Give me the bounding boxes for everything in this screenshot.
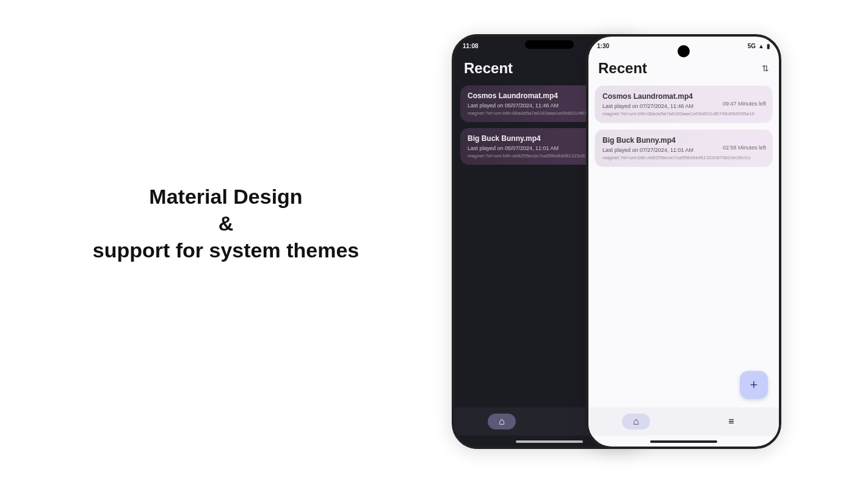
home-icon: ⌂: [633, 416, 639, 426]
sort-icon[interactable]: ⇅: [762, 63, 769, 73]
item-remaining: 02:58 Minutes left: [723, 145, 766, 151]
item-remaining: 09:47 Minutes left: [723, 101, 766, 107]
signal-icon: ▲: [758, 43, 764, 49]
recent-list: Cosmos Laundromat.mp4 Last played on 07/…: [588, 85, 779, 167]
app-header: Recent ⇅: [588, 55, 779, 85]
gesture-bar[interactable]: [650, 440, 717, 443]
recent-item[interactable]: Cosmos Laundromat.mp4 Last played on 07/…: [595, 85, 773, 123]
item-title: Big Buck Bunny.mp4: [602, 136, 765, 145]
add-button[interactable]: +: [740, 371, 768, 399]
phone-notch: [678, 45, 690, 57]
item-source: magnet:?xt=urn:btih:dd8255ecdc7ca55fb0bb…: [602, 155, 765, 160]
phone-light: 1:30 5G ▲ ▮ Recent ⇅ Cosmos Laundromat.m…: [586, 34, 781, 449]
status-time: 11:08: [463, 43, 479, 49]
gesture-bar[interactable]: [516, 440, 583, 443]
marketing-line-1: Material Design: [149, 185, 302, 208]
page-title: Recent: [464, 60, 513, 77]
list-icon: ≡: [728, 416, 734, 427]
status-time: 1:30: [597, 43, 609, 49]
nav-list[interactable]: ≡: [684, 407, 779, 436]
status-net: 5G: [748, 43, 756, 49]
home-icon: ⌂: [499, 416, 505, 426]
plus-icon: +: [750, 377, 758, 393]
power-button[interactable]: [780, 177, 781, 220]
item-title: Cosmos Laundromat.mp4: [602, 92, 765, 101]
marketing-copy: Material Design & support for system the…: [89, 183, 363, 264]
bottom-nav: ⌂ ≡: [588, 407, 779, 436]
page-title: Recent: [598, 60, 647, 77]
marketing-line-3: support for system themes: [93, 239, 359, 262]
recent-item[interactable]: Big Buck Bunny.mp4 Last played on 07/27/…: [595, 129, 773, 167]
volume-button[interactable]: [780, 134, 781, 165]
nav-home[interactable]: ⌂: [588, 407, 684, 436]
nav-home[interactable]: ⌂: [454, 407, 549, 436]
item-source: magnet:?xt=urn:btih:08ada5a7a6183aae1e09…: [602, 111, 765, 117]
phone-notch: [525, 40, 574, 49]
marketing-line-2: &: [219, 212, 234, 235]
battery-icon: ▮: [767, 43, 770, 49]
